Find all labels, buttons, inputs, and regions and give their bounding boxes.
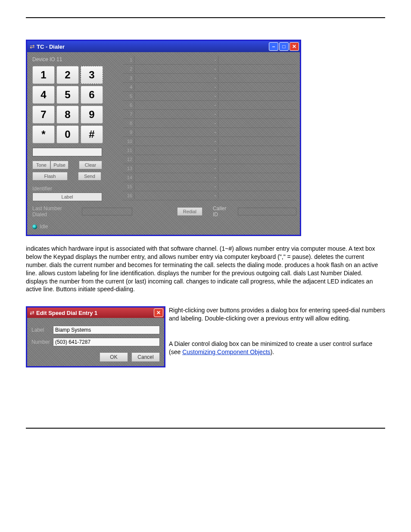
key-0[interactable]: 0 <box>56 125 79 143</box>
edit-speed-dial-window: ⇄ Edit Speed Dial Entry 1 ✕ Label Biamp … <box>26 306 165 367</box>
key-star[interactable]: * <box>32 125 55 143</box>
speed-row[interactable]: 8- <box>123 119 296 128</box>
speed-row[interactable]: 5- <box>123 92 296 101</box>
key-3[interactable]: 3 <box>81 66 103 84</box>
edit-close-button[interactable]: ✕ <box>154 308 163 317</box>
speed-row[interactable]: 7- <box>123 110 296 119</box>
speed-row[interactable]: 13- <box>123 164 296 173</box>
label-field[interactable]: Label <box>32 193 102 201</box>
edit-label-label: Label <box>31 327 53 333</box>
speed-row[interactable]: 4- <box>123 83 296 92</box>
tone-button[interactable]: Tone <box>32 161 50 169</box>
doc-paragraph-1: indicates which hardware input is associ… <box>26 245 385 293</box>
dialer-window: ⇄ TC - Dialer – □ ✕ Device IO 11 1 2 3 4… <box>26 40 301 236</box>
speed-row[interactable]: 3- <box>123 74 296 83</box>
maximize-button[interactable]: □ <box>279 42 289 51</box>
edit-number-input[interactable]: (503) 641-7287 <box>53 338 160 346</box>
key-6[interactable]: 6 <box>81 86 103 104</box>
caller-id-box <box>238 208 296 215</box>
caller-id-label: Caller ID <box>213 205 232 218</box>
cancel-button[interactable]: Cancel <box>131 352 160 362</box>
send-button[interactable]: Send <box>78 172 101 180</box>
number-input[interactable] <box>32 148 102 156</box>
ok-button[interactable]: OK <box>100 352 128 362</box>
close-button[interactable]: ✕ <box>290 42 299 51</box>
edit-title-text: Edit Speed Dial Entry 1 <box>36 310 153 316</box>
minimize-button[interactable]: – <box>269 42 278 51</box>
device-io-label: Device IO 11 <box>32 56 121 62</box>
pulse-button[interactable]: Pulse <box>50 161 68 169</box>
key-1[interactable]: 1 <box>32 66 55 84</box>
edit-label-input[interactable]: Biamp Systems <box>53 326 160 334</box>
swap-icon: ⇄ <box>30 310 34 316</box>
speed-row[interactable]: 1- <box>123 56 296 65</box>
clear-button[interactable]: Clear <box>79 161 102 169</box>
key-8[interactable]: 8 <box>56 106 79 124</box>
status-text: Idle <box>40 224 48 230</box>
speed-row[interactable]: 9- <box>123 128 296 137</box>
customizing-link[interactable]: Customizing Component Objects <box>182 348 271 355</box>
key-hash[interactable]: # <box>81 125 103 143</box>
redial-button[interactable]: Redial <box>177 207 202 216</box>
identifier-label: Identifier <box>32 186 121 192</box>
key-5[interactable]: 5 <box>56 86 79 104</box>
speed-row[interactable]: 15- <box>123 182 296 191</box>
speed-row[interactable]: 16- <box>123 191 296 200</box>
key-2[interactable]: 2 <box>56 66 79 84</box>
last-number-dialed-box <box>82 208 132 215</box>
edit-titlebar[interactable]: ⇄ Edit Speed Dial Entry 1 ✕ <box>27 308 164 318</box>
flash-button[interactable]: Flash <box>32 172 68 180</box>
window-title: TC - Dialer <box>37 44 268 50</box>
key-4[interactable]: 4 <box>32 86 55 104</box>
speed-row[interactable]: 2- <box>123 65 296 74</box>
speed-row[interactable]: 12- <box>123 155 296 164</box>
speed-row[interactable]: 6- <box>123 101 296 110</box>
status-led-icon <box>32 224 37 229</box>
speed-dial-list: 1- 2- 3- 4- 5- 6- 7- 8- 9- 10- 11- 12- 1… <box>123 56 296 201</box>
swap-icon: ⇄ <box>30 43 35 50</box>
last-number-dialed-label: Last Number Dialed <box>32 205 76 218</box>
speed-row[interactable]: 10- <box>123 137 296 146</box>
keypad: 1 2 3 4 5 6 7 8 9 * 0 # <box>32 66 121 143</box>
key-9[interactable]: 9 <box>81 106 103 124</box>
edit-number-label: Number <box>31 339 53 345</box>
speed-row[interactable]: 11- <box>123 146 296 155</box>
key-7[interactable]: 7 <box>32 106 55 124</box>
speed-row[interactable]: 14- <box>123 173 296 182</box>
titlebar[interactable]: ⇄ TC - Dialer – □ ✕ <box>27 41 300 52</box>
